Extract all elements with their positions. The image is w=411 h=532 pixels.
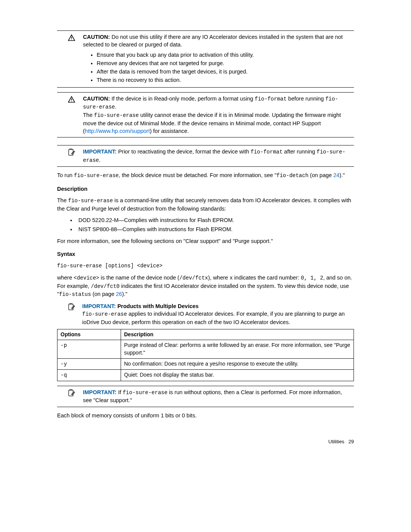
table-header-row: Options Description — [57, 329, 354, 340]
syntax-code: fio-sure-erase [options] <device> — [57, 263, 162, 269]
option-flag: -q — [61, 372, 67, 378]
important-label: IMPORTANT: — [82, 303, 116, 309]
description-paragraph: The fio-sure-erase is a command-line uti… — [57, 197, 354, 212]
footer-section: Utilities — [328, 439, 344, 444]
text: is the name of the device node ( — [99, 275, 179, 281]
where-paragraph: where <device> is the name of the device… — [57, 274, 354, 299]
text: )." — [339, 172, 345, 178]
text: (on page — [309, 172, 333, 178]
code: fio-format — [255, 96, 287, 102]
text: before running — [287, 96, 325, 102]
run-paragraph: To run fio-sure-erase, the block device … — [57, 171, 354, 180]
important-multi-devices: IMPORTANT: Products with Multiple Device… — [68, 302, 354, 326]
page-link-26[interactable]: 26 — [116, 291, 122, 297]
text: . — [99, 157, 100, 163]
caution-1-list: Ensure that you back up any data prior t… — [83, 51, 352, 84]
option-desc: Quiet: Does not display the status bar. — [121, 370, 354, 381]
svg-rect-4 — [69, 150, 73, 155]
page-link-24[interactable]: 24 — [333, 172, 339, 178]
code: fio-sure-erase — [94, 112, 139, 118]
caution-label: CAUTION: — [83, 34, 110, 40]
svg-rect-6 — [69, 390, 73, 396]
option-desc: Purge instead of Clear: performs a write… — [121, 340, 354, 358]
standards-list: DOD 5220.22-M—Complies with instructions… — [57, 216, 354, 233]
text: (on page — [91, 291, 116, 297]
important-multi-heading: Products with Multiple Devices — [117, 303, 199, 309]
page-footer: Utilities 29 — [57, 438, 354, 445]
code: x — [229, 275, 233, 281]
text: Prior to reactivating the device, format… — [118, 149, 250, 155]
code: fio-sure-erase — [74, 173, 119, 179]
caution-icon — [57, 33, 83, 85]
code: /dev/fct0 — [91, 283, 120, 289]
text: The — [83, 112, 94, 118]
code: fio-detach — [277, 173, 309, 179]
caution-1-content: CAUTION: Do not use this utility if ther… — [83, 33, 354, 85]
footer-page: 29 — [349, 439, 354, 444]
code: fio-sure-erase — [68, 198, 113, 204]
table-row: -y No confirmation: Does not require a y… — [57, 358, 354, 370]
text: . — [115, 104, 116, 110]
important-icon — [68, 302, 82, 326]
options-table: Options Description -p Purge instead of … — [57, 329, 354, 381]
text: indicates the card number: — [233, 275, 301, 281]
important-3-content: IMPORTANT: If fio-sure-erase is run with… — [83, 388, 354, 404]
text: To run — [57, 172, 74, 178]
svg-point-3 — [71, 101, 72, 102]
important-box-3: IMPORTANT: If fio-sure-erase is run with… — [57, 386, 354, 407]
caution-2-content: CAUTION: If the device is in Read-only m… — [83, 95, 354, 135]
caution-1-text: Do not use this utility if there are any… — [83, 34, 343, 48]
code: 0, 1, 2 — [301, 275, 323, 281]
code: fio-sure-erase — [123, 390, 167, 396]
more-info-paragraph: For more information, see the following … — [57, 237, 354, 245]
code: fio-sure-erase — [82, 311, 127, 317]
option-flag: -p — [61, 342, 67, 348]
list-item: After the data is removed from the targe… — [97, 68, 352, 75]
text: ), where — [208, 275, 229, 281]
option-desc: No confirmation: Does not require a yes/… — [121, 358, 354, 370]
closing-paragraph: Each block of memory consists of uniform… — [57, 412, 354, 419]
important-icon — [57, 148, 83, 164]
code: fio-format — [251, 149, 283, 155]
caution-box-1: CAUTION: Do not use this utility if ther… — [57, 30, 354, 88]
caution-label: CAUTION: — [83, 96, 110, 102]
important-multi-content: IMPORTANT: Products with Multiple Device… — [82, 302, 354, 326]
options-header: Options — [57, 329, 121, 340]
svg-point-1 — [71, 39, 72, 40]
code: /dev/fctx — [179, 275, 208, 281]
text: where — [57, 275, 74, 281]
list-item: Ensure that you back up any data prior t… — [97, 51, 352, 59]
list-item: There is no recovery to this action. — [97, 76, 352, 84]
important-label: IMPORTANT: — [83, 389, 116, 395]
code: <device> — [74, 275, 99, 281]
table-row: -p Purge instead of Clear: performs a wr… — [57, 340, 354, 358]
list-item: NIST SP800-88—Complies with instructions… — [76, 225, 354, 233]
list-item: Remove any devices that are not targeted… — [97, 59, 352, 67]
text: If the device is in Read-only mode, perf… — [112, 96, 255, 102]
description-header: Description — [121, 329, 354, 340]
text: If — [118, 389, 123, 395]
text: The — [57, 197, 68, 203]
table-row: -q Quiet: Does not display the status ba… — [57, 370, 354, 381]
text: , the block device must be detached. For… — [119, 172, 277, 178]
important-icon — [57, 388, 83, 404]
syntax-heading: Syntax — [57, 250, 354, 258]
caution-icon — [57, 95, 83, 135]
svg-rect-5 — [69, 304, 73, 310]
text: after running — [283, 149, 317, 155]
code: fio-status — [59, 291, 91, 297]
important-box-1: IMPORTANT: Prior to reactivating the dev… — [57, 145, 354, 167]
text: ) for assistance. — [150, 128, 189, 134]
text: )." — [122, 291, 127, 297]
caution-box-2: CAUTION: If the device is in Read-only m… — [57, 92, 354, 137]
support-link[interactable]: http://www.hp.com/support — [85, 128, 150, 134]
option-flag: -y — [61, 361, 67, 367]
important-label: IMPORTANT: — [83, 149, 116, 155]
list-item: DOD 5220.22-M—Complies with instructions… — [76, 216, 354, 224]
description-heading: Description — [57, 185, 354, 193]
important-1-content: IMPORTANT: Prior to reactivating the dev… — [83, 148, 354, 164]
